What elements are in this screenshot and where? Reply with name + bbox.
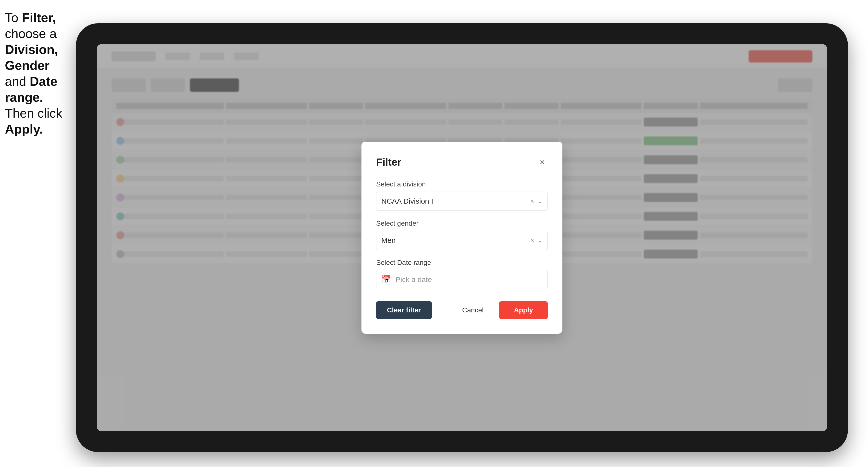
gender-form-group: Select gender Men × ⌄ bbox=[376, 220, 548, 250]
gender-arrow-icon: ⌄ bbox=[538, 237, 542, 244]
division-label: Select a division bbox=[376, 180, 548, 188]
date-label: Select Date range bbox=[376, 259, 548, 267]
gender-value: Men bbox=[381, 236, 530, 245]
division-arrow-icon: ⌄ bbox=[538, 198, 542, 205]
filter-modal: Filter × Select a division NCAA Division… bbox=[362, 142, 562, 334]
gender-select[interactable]: Men × ⌄ bbox=[376, 231, 548, 250]
division-clear-icon[interactable]: × bbox=[530, 197, 534, 205]
instruction-text: To Filter, choose a Division, Gender and… bbox=[5, 10, 83, 137]
instruction-bold-division: Division, Gender bbox=[5, 42, 58, 72]
instruction-bold-date: Date range. bbox=[5, 74, 57, 104]
gender-clear-icon[interactable]: × bbox=[530, 237, 534, 244]
gender-label: Select gender bbox=[376, 220, 548, 227]
date-placeholder: Pick a date bbox=[396, 275, 432, 284]
date-input[interactable]: 📅 Pick a date bbox=[376, 270, 548, 289]
date-form-group: Select Date range 📅 Pick a date bbox=[376, 259, 548, 289]
division-value: NCAA Division I bbox=[381, 197, 530, 205]
modal-overlay: Filter × Select a division NCAA Division… bbox=[97, 44, 827, 431]
division-form-group: Select a division NCAA Division I × ⌄ bbox=[376, 180, 548, 211]
clear-filter-button[interactable]: Clear filter bbox=[376, 301, 432, 319]
modal-title: Filter bbox=[376, 156, 401, 168]
calendar-icon: 📅 bbox=[381, 275, 391, 284]
apply-button[interactable]: Apply bbox=[499, 301, 548, 319]
division-select[interactable]: NCAA Division I × ⌄ bbox=[376, 192, 548, 211]
modal-footer: Clear filter Cancel Apply bbox=[376, 301, 548, 319]
cancel-button[interactable]: Cancel bbox=[452, 301, 494, 319]
modal-header: Filter × bbox=[376, 156, 548, 168]
tablet-frame: Filter × Select a division NCAA Division… bbox=[76, 23, 848, 452]
modal-close-button[interactable]: × bbox=[537, 157, 548, 167]
tablet-screen: Filter × Select a division NCAA Division… bbox=[97, 44, 827, 431]
instruction-bold-apply: Apply. bbox=[5, 122, 43, 136]
